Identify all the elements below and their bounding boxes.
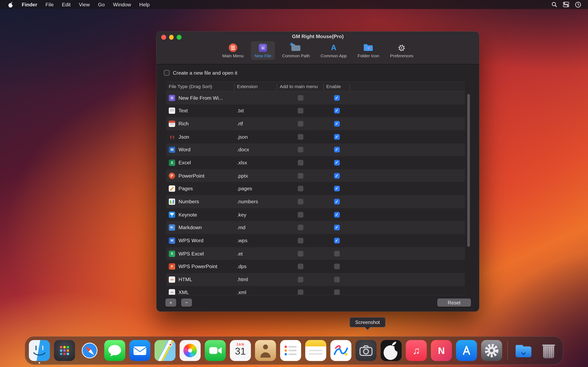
add-to-main-menu-checkbox[interactable] xyxy=(297,264,303,269)
file-type-label: HTML xyxy=(178,277,192,282)
dock-item-finder[interactable] xyxy=(29,340,50,361)
control-center-icon[interactable] xyxy=(563,1,569,7)
enable-checkbox[interactable] xyxy=(334,238,340,243)
menu-item-file[interactable]: File xyxy=(42,2,58,7)
dock-item-photos[interactable] xyxy=(180,340,201,361)
add-to-main-menu-checkbox[interactable] xyxy=(297,173,303,179)
dock-item-reminders[interactable] xyxy=(280,340,301,361)
add-to-main-menu-checkbox[interactable] xyxy=(297,251,303,257)
remove-row-button[interactable]: − xyxy=(181,299,192,307)
dock-item-contacts[interactable] xyxy=(255,340,276,361)
add-to-main-menu-checkbox[interactable] xyxy=(297,290,303,295)
table-row[interactable]: Excel.xlsx xyxy=(166,156,465,169)
table-row[interactable]: New File From Wi... xyxy=(166,91,465,104)
status-circle-icon[interactable] xyxy=(575,1,581,8)
dock-item-appstore[interactable] xyxy=(456,340,477,361)
dock-item-maps[interactable] xyxy=(155,340,176,361)
add-to-main-menu-checkbox[interactable] xyxy=(297,186,303,192)
dock-item-appletv[interactable]: tv xyxy=(380,340,402,361)
enable-checkbox[interactable] xyxy=(334,160,340,166)
table-row[interactable]: Word.docx xyxy=(166,143,465,156)
menu-item-go[interactable]: Go xyxy=(94,2,109,7)
add-to-main-menu-checkbox[interactable] xyxy=(297,212,303,217)
table-row[interactable]: WPS Word.wps xyxy=(166,234,465,247)
add-to-main-menu-checkbox[interactable] xyxy=(297,121,303,127)
add-to-main-menu-checkbox[interactable] xyxy=(297,108,303,114)
table-row[interactable]: Rich.rtf xyxy=(166,117,465,130)
dock-item-freeform[interactable] xyxy=(330,340,351,361)
reset-button[interactable]: Reset xyxy=(437,299,471,307)
add-to-main-menu-checkbox[interactable] xyxy=(297,95,303,101)
search-icon[interactable] xyxy=(551,1,557,7)
tab-common-path[interactable]: ★Common Path xyxy=(278,41,314,60)
tab-main-menu[interactable]: Main Menu xyxy=(218,41,247,60)
enable-checkbox[interactable] xyxy=(334,173,340,179)
table-row[interactable]: HTML.html xyxy=(166,273,465,286)
table-row[interactable]: WPS PowerPoint.dps xyxy=(166,260,465,273)
enable-checkbox[interactable] xyxy=(334,108,340,114)
enable-checkbox[interactable] xyxy=(334,251,340,257)
menu-item-help[interactable]: Help xyxy=(135,2,154,7)
tab-folder-icon[interactable]: ♥Folder Icon xyxy=(354,41,383,60)
table-row[interactable]: Keynote.key xyxy=(166,208,465,221)
column-header: File Type (Drag Sort) xyxy=(166,83,234,90)
enable-checkbox[interactable] xyxy=(334,264,340,269)
dock-item-launchpad[interactable] xyxy=(54,340,75,361)
enable-checkbox[interactable] xyxy=(334,134,340,140)
dock-item-notes[interactable] xyxy=(305,340,326,361)
dock-item-safari[interactable] xyxy=(79,340,100,361)
tab-common-app[interactable]: Common App xyxy=(317,41,351,60)
enable-cell xyxy=(324,251,350,257)
scrollbar-thumb[interactable] xyxy=(467,94,470,247)
enable-checkbox[interactable] xyxy=(334,212,340,217)
add-to-main-menu-checkbox[interactable] xyxy=(297,225,303,230)
table-row[interactable]: Markdown.md xyxy=(166,221,465,234)
table-row[interactable]: WPS Excel.et xyxy=(166,247,465,260)
music-icon: ♫ xyxy=(406,340,427,361)
dock-item-mail[interactable] xyxy=(130,340,150,361)
table-row[interactable]: Numbers.numbers xyxy=(166,195,465,208)
menu-item-edit[interactable]: Edit xyxy=(58,2,75,7)
dock-item-news[interactable]: N xyxy=(431,340,452,361)
tab-new-file[interactable]: New File xyxy=(251,41,275,60)
dock-item-calendar[interactable]: JAN31 xyxy=(230,340,251,361)
enable-checkbox[interactable] xyxy=(334,199,340,205)
apple-icon[interactable] xyxy=(6,1,17,8)
add-to-main-menu-checkbox[interactable] xyxy=(297,238,303,243)
add-to-main-menu-checkbox[interactable] xyxy=(297,160,303,166)
file-type-cell: Rich xyxy=(166,121,234,127)
enable-checkbox[interactable] xyxy=(334,290,340,295)
table-row[interactable]: XML.xml xyxy=(166,286,465,295)
enable-checkbox[interactable] xyxy=(334,277,340,282)
new-file-from-icon xyxy=(169,95,175,101)
table-row[interactable]: PowerPoint.pptx xyxy=(166,169,465,182)
keynote-file-icon xyxy=(169,211,175,218)
tab-preferences[interactable]: Preferences xyxy=(386,41,417,60)
add-to-main-menu-checkbox[interactable] xyxy=(297,147,303,153)
enable-checkbox[interactable] xyxy=(334,121,340,127)
dock-item-downloads[interactable] xyxy=(513,340,534,361)
enable-checkbox[interactable] xyxy=(334,225,340,230)
dock-item-screenshot[interactable] xyxy=(355,340,376,361)
dock-item-trash[interactable] xyxy=(538,340,559,361)
extension-cell: .key xyxy=(234,212,277,217)
menu-item-window[interactable]: Window xyxy=(109,2,135,7)
enable-checkbox[interactable] xyxy=(334,95,340,101)
dock-item-music[interactable]: ♫ xyxy=(406,340,427,361)
add-to-main-menu-checkbox[interactable] xyxy=(297,199,303,205)
dock-item-messages[interactable] xyxy=(104,340,125,361)
dock-item-settings[interactable] xyxy=(481,340,502,361)
add-row-button[interactable]: + xyxy=(165,299,176,307)
dock-item-facetime[interactable] xyxy=(205,340,226,361)
menu-item-view[interactable]: View xyxy=(75,2,94,7)
enable-checkbox[interactable] xyxy=(334,186,340,192)
table-row[interactable]: Text.txt xyxy=(166,104,465,117)
menu-item-finder[interactable]: Finder xyxy=(17,2,41,7)
add-to-main-menu-checkbox[interactable] xyxy=(297,277,303,282)
enable-cell xyxy=(324,95,350,101)
enable-checkbox[interactable] xyxy=(334,147,340,153)
table-row[interactable]: Pages.pages xyxy=(166,182,465,195)
table-row[interactable]: Json.json xyxy=(166,130,465,143)
create-new-file-checkbox[interactable] xyxy=(164,70,170,76)
add-to-main-menu-checkbox[interactable] xyxy=(297,134,303,140)
